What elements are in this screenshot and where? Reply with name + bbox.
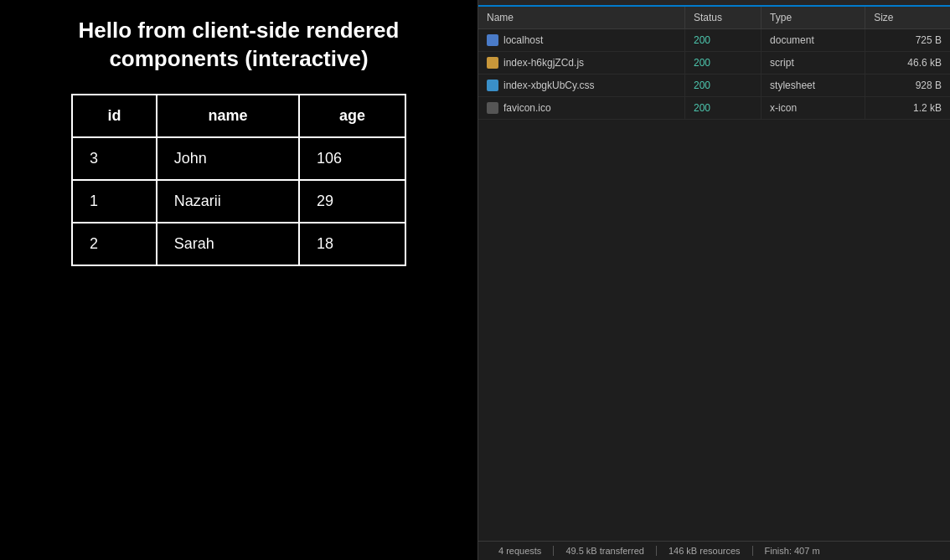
- network-tabs-bar: [478, 0, 950, 7]
- col-type-header: Type: [762, 7, 865, 29]
- table-cell-name: Sarah: [157, 223, 299, 265]
- network-cell-type: stylesheet: [762, 74, 865, 97]
- table-cell-age: 106: [299, 137, 405, 180]
- script-icon: [487, 57, 498, 69]
- table-row: 1Nazarii29: [72, 180, 405, 223]
- table-row: 2Sarah18: [72, 223, 405, 265]
- table-cell-age: 18: [299, 223, 405, 265]
- table-header-row: id name age: [72, 95, 405, 137]
- left-panel: Hello from client-side rendered componen…: [0, 0, 478, 560]
- table-cell-name: Nazarii: [157, 180, 299, 223]
- network-table-container: Name Status Type Size localhost200docume…: [478, 7, 950, 541]
- stylesheet-icon: [487, 80, 498, 91]
- page-heading: Hello from client-side rendered componen…: [17, 17, 461, 74]
- network-cell-status: 200: [685, 29, 762, 52]
- col-id: id: [72, 95, 157, 137]
- network-cell-status: 200: [685, 52, 762, 74]
- table-cell-age: 29: [299, 180, 405, 223]
- network-header-row: Name Status Type Size: [478, 7, 950, 29]
- network-cell-status: 200: [685, 74, 762, 97]
- network-cell-type: x-icon: [762, 97, 865, 120]
- network-cell-type: document: [762, 29, 865, 52]
- document-icon: [487, 34, 498, 46]
- table-cell-id: 1: [72, 180, 157, 223]
- status-finish: Finish: 407 m: [753, 546, 832, 556]
- network-table: Name Status Type Size localhost200docume…: [478, 7, 950, 120]
- table-cell-id: 2: [72, 223, 157, 265]
- network-cell-name: index-xbgkUbCy.css: [478, 74, 685, 97]
- network-cell-size: 725 B: [865, 29, 950, 52]
- table-cell-id: 3: [72, 137, 157, 180]
- network-cell-status: 200: [685, 97, 762, 120]
- network-cell-name: index-h6kgjZCd.js: [478, 52, 685, 74]
- data-table: id name age 3John1061Nazarii292Sarah18: [71, 94, 406, 266]
- col-name: name: [157, 95, 299, 137]
- network-cell-type: script: [762, 52, 865, 74]
- status-bar: 4 requests 49.5 kB transferred 146 kB re…: [478, 541, 950, 560]
- network-cell-name: favicon.ico: [478, 97, 685, 120]
- network-cell-size: 1.2 kB: [865, 97, 950, 120]
- status-resources: 146 kB resources: [657, 546, 753, 556]
- table-cell-name: John: [157, 137, 299, 180]
- table-row: 3John106: [72, 137, 405, 180]
- favicon-icon: [487, 102, 498, 114]
- right-panel: Name Status Type Size localhost200docume…: [478, 0, 950, 560]
- status-requests: 4 requests: [487, 546, 554, 556]
- network-row[interactable]: index-h6kgjZCd.js200script46.6 kB: [478, 52, 950, 74]
- col-name-header: Name: [478, 7, 685, 29]
- col-age: age: [299, 95, 405, 137]
- network-row[interactable]: localhost200document725 B: [478, 29, 950, 52]
- network-row[interactable]: favicon.ico200x-icon1.2 kB: [478, 97, 950, 120]
- network-cell-name: localhost: [478, 29, 685, 52]
- col-status-header: Status: [685, 7, 762, 29]
- status-transferred: 49.5 kB transferred: [554, 546, 657, 556]
- network-row[interactable]: index-xbgkUbCy.css200stylesheet928 B: [478, 74, 950, 97]
- network-cell-size: 46.6 kB: [865, 52, 950, 74]
- network-cell-size: 928 B: [865, 74, 950, 97]
- col-size-header: Size: [865, 7, 950, 29]
